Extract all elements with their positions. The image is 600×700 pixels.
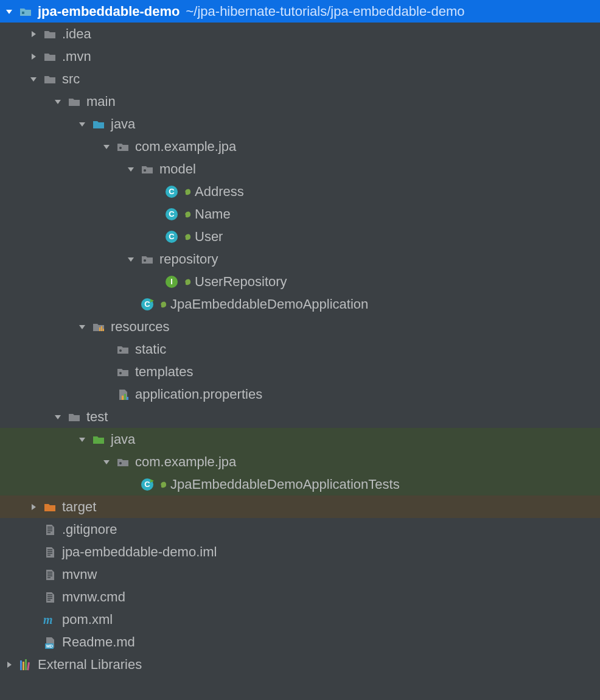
node-label: templates [135, 365, 193, 379]
tree-node-model[interactable]: model [0, 158, 600, 180]
interface-icon [164, 275, 179, 289]
node-label: repository [159, 253, 218, 266]
collapse-arrow-icon[interactable] [4, 660, 15, 669]
tree-node-package-main[interactable]: com.example.jpa [0, 135, 600, 158]
tree-node-mvnw-cmd[interactable]: mvnw.cmd [0, 586, 600, 608]
tree-node-iml[interactable]: jpa-embeddable-demo.iml [0, 541, 600, 563]
node-label: jpa-embeddable-demo.iml [62, 545, 217, 559]
expand-arrow-icon[interactable] [125, 255, 136, 264]
node-label: com.example.jpa [135, 140, 236, 153]
test-source-folder-icon [91, 432, 106, 447]
package-icon [116, 342, 130, 357]
tree-node-java-test[interactable]: java [0, 428, 600, 450]
node-label: JpaEmbeddableDemoApplication [170, 298, 368, 311]
tree-node-app-properties[interactable]: application.properties [0, 383, 600, 405]
folder-icon [43, 27, 57, 41]
package-icon [140, 252, 155, 267]
folder-icon [43, 72, 57, 86]
source-folder-icon [91, 117, 106, 131]
node-label: External Libraries [38, 658, 142, 671]
file-icon [43, 590, 57, 604]
collapse-arrow-icon[interactable] [28, 30, 39, 38]
collapse-arrow-icon[interactable] [28, 503, 39, 511]
bean-icon [184, 278, 191, 285]
expand-arrow-icon[interactable] [4, 7, 15, 16]
tree-node-src[interactable]: src [0, 68, 600, 90]
tree-node-name[interactable]: Name [0, 203, 600, 225]
tree-node-repository[interactable]: repository [0, 248, 600, 270]
tree-node-main[interactable]: main [0, 90, 600, 113]
maven-file-icon [43, 612, 57, 627]
tree-node-java-main[interactable]: java [0, 113, 600, 135]
tree-node-package-test[interactable]: com.example.jpa [0, 450, 600, 473]
tree-node-external-libraries[interactable]: External Libraries [0, 653, 600, 676]
class-icon [164, 207, 179, 222]
tree-node-gitignore[interactable]: .gitignore [0, 518, 600, 541]
expand-arrow-icon[interactable] [125, 165, 136, 173]
runnable-class-icon [140, 477, 155, 492]
expand-arrow-icon[interactable] [52, 97, 63, 106]
expand-arrow-icon[interactable] [52, 413, 63, 421]
tree-node-readme[interactable]: Readme.md [0, 631, 600, 653]
bean-icon [184, 211, 191, 218]
bean-icon [159, 481, 167, 488]
tree-node-static[interactable]: static [0, 338, 600, 360]
node-label: static [135, 343, 166, 356]
expand-arrow-icon[interactable] [28, 75, 39, 83]
package-icon [116, 139, 130, 154]
folder-icon [67, 410, 82, 424]
tree-node-target[interactable]: target [0, 495, 600, 518]
folder-icon [67, 94, 82, 109]
node-label: mvnw.cmd [62, 590, 125, 604]
tree-node-user[interactable]: User [0, 225, 600, 248]
tree-node-application-tests[interactable]: JpaEmbeddableDemoApplicationTests [0, 473, 600, 495]
node-label: User [195, 230, 223, 243]
node-label: application.properties [135, 388, 262, 401]
project-name: jpa-embeddable-demo [38, 5, 180, 18]
node-label: Readme.md [62, 635, 135, 649]
tree-node-resources[interactable]: resources [0, 315, 600, 338]
tree-node-address[interactable]: Address [0, 180, 600, 203]
package-icon [140, 162, 155, 177]
node-label: pom.xml [62, 613, 113, 626]
node-label: java [111, 117, 135, 131]
tree-node-test[interactable]: test [0, 405, 600, 428]
expand-arrow-icon[interactable] [101, 458, 112, 466]
node-label: mvnw [62, 568, 97, 581]
node-label: main [86, 95, 116, 108]
tree-node-mvnw[interactable]: mvnw [0, 563, 600, 586]
bean-icon [159, 301, 167, 308]
node-label: UserRepository [195, 275, 287, 289]
file-icon [43, 545, 57, 559]
properties-file-icon [116, 387, 130, 402]
tree-node-templates[interactable]: templates [0, 360, 600, 383]
expand-arrow-icon[interactable] [77, 120, 88, 128]
bean-icon [184, 233, 191, 240]
folder-icon [43, 49, 57, 64]
tree-node-pom[interactable]: pom.xml [0, 608, 600, 631]
class-icon [164, 229, 179, 244]
node-label: target [62, 500, 96, 514]
node-label: test [86, 410, 108, 424]
node-label: Address [195, 185, 244, 198]
node-label: com.example.jpa [135, 455, 236, 469]
node-label: .mvn [62, 50, 91, 63]
tree-node-user-repository[interactable]: UserRepository [0, 270, 600, 293]
class-icon [164, 184, 179, 199]
file-icon [43, 567, 57, 582]
tree-node-application[interactable]: JpaEmbeddableDemoApplication [0, 293, 600, 315]
expand-arrow-icon[interactable] [77, 435, 88, 444]
runnable-class-icon [140, 297, 155, 312]
collapse-arrow-icon[interactable] [28, 52, 39, 61]
tree-node-mvn[interactable]: .mvn [0, 45, 600, 68]
node-label: model [159, 163, 196, 176]
node-label: .idea [62, 27, 91, 41]
expand-arrow-icon[interactable] [77, 323, 88, 331]
package-icon [116, 365, 130, 379]
module-folder-icon [18, 4, 33, 19]
project-root-row[interactable]: jpa-embeddable-demo ~/jpa-hibernate-tuto… [0, 0, 600, 23]
node-label: java [111, 433, 135, 446]
tree-node-idea[interactable]: .idea [0, 23, 600, 45]
expand-arrow-icon[interactable] [101, 142, 112, 151]
node-label: resources [111, 320, 170, 334]
